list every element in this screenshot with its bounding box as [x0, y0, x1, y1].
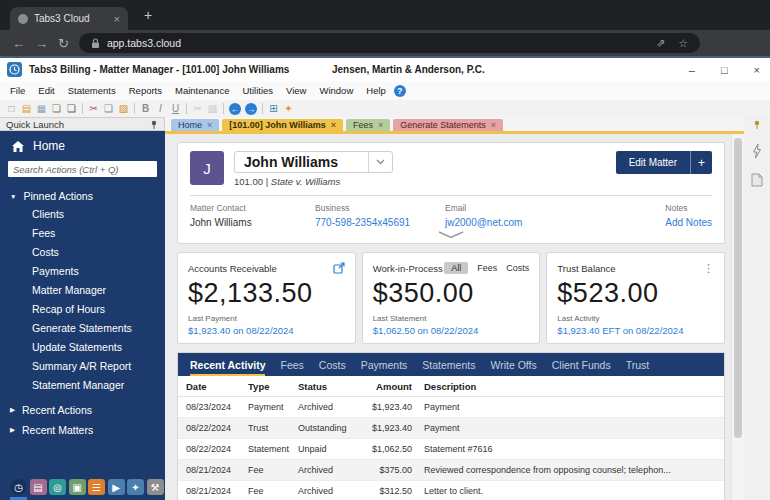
vertical-scrollbar[interactable] — [731, 134, 744, 500]
menu-item[interactable]: Window — [319, 85, 353, 96]
activity-tab[interactable]: Statements — [422, 359, 475, 376]
search-actions-input[interactable] — [8, 161, 157, 177]
paste-icon[interactable]: ▨ — [116, 101, 131, 116]
activity-tab[interactable]: Write Offs — [490, 359, 536, 376]
lightning-icon[interactable] — [752, 143, 762, 159]
new-file-icon[interactable]: □ — [4, 101, 19, 116]
table-row[interactable]: 08/21/2024 Fee Archived $312.50 Letter t… — [178, 481, 724, 500]
sidebar-item[interactable]: Fees — [0, 226, 165, 241]
navigate-forward-icon[interactable]: → — [245, 103, 257, 115]
trust-accounting-app-icon[interactable]: ▣ — [69, 479, 86, 495]
menu-item[interactable]: Reports — [129, 85, 162, 96]
activity-tab[interactable]: Trust — [626, 359, 650, 376]
accounts-payable-app-icon[interactable]: ▤ — [30, 479, 47, 495]
print-icon[interactable]: ❏ — [49, 101, 64, 116]
pinned-actions-header[interactable]: ▼ Pinned Actions — [0, 184, 165, 207]
last-statement-link[interactable]: $1,062.50 on 08/22/2024 — [373, 325, 530, 336]
browser-reload-icon[interactable]: ↻ — [58, 37, 69, 50]
maximize-button[interactable]: □ — [721, 64, 728, 76]
sidebar-item[interactable]: Payments — [0, 264, 165, 279]
activity-tab[interactable]: Payments — [361, 359, 408, 376]
sidebar-item[interactable]: Costs — [0, 245, 165, 260]
browser-back-icon[interactable]: ← — [12, 37, 25, 50]
menu-item[interactable]: Statements — [68, 85, 116, 96]
chevron-down-icon[interactable] — [368, 152, 392, 172]
kebab-menu-icon[interactable]: ⋮ — [703, 262, 714, 275]
copy-icon[interactable]: ❏ — [101, 101, 116, 116]
cut-icon[interactable]: ✂ — [86, 101, 101, 116]
sidebar-item[interactable]: Generate Statements — [0, 321, 165, 336]
statements-app-icon[interactable]: ☰ — [88, 479, 105, 495]
print-preview-icon[interactable]: ❏ — [64, 101, 79, 116]
external-link-icon[interactable] — [333, 262, 345, 274]
browser-forward-icon[interactable]: → — [35, 37, 48, 50]
share-icon[interactable]: ⇗ — [656, 37, 665, 50]
menu-item[interactable]: File — [10, 85, 25, 96]
tools-app-icon[interactable]: ⚒ — [147, 479, 164, 495]
document-tab[interactable]: [101.00] John Williams × — [222, 119, 343, 131]
menu-item[interactable]: View — [286, 85, 306, 96]
practicemaster-app-icon[interactable]: ▶ — [108, 479, 125, 495]
sidebar-item[interactable]: Clients — [0, 207, 165, 222]
tab-close-icon[interactable]: × — [331, 120, 336, 130]
sidebar-item[interactable]: Update Statements — [0, 340, 165, 355]
matter-manager-icon[interactable]: ⊞ — [266, 101, 281, 116]
sidebar-item[interactable]: Recap of Hours — [0, 302, 165, 317]
recent-matters-header[interactable]: ▶ Recent Matters — [0, 417, 165, 437]
tab-close-icon[interactable]: × — [491, 120, 496, 130]
platinum-app-icon[interactable]: ✦ — [127, 479, 144, 495]
new-tab-button[interactable]: + — [144, 7, 152, 23]
activity-tab[interactable]: Fees — [280, 359, 303, 376]
close-button[interactable]: × — [754, 64, 760, 76]
document-tab[interactable]: Generate Statements × — [393, 119, 503, 131]
document-tab[interactable]: Fees × — [346, 119, 390, 131]
tabs3-billing-app-icon[interactable]: ◷ — [10, 479, 27, 495]
tab-close-icon[interactable]: × — [207, 120, 212, 130]
recent-actions-header[interactable]: ▶ Recent Actions — [0, 397, 165, 417]
segment-button[interactable]: All — [444, 262, 468, 274]
document-icon[interactable] — [751, 173, 763, 187]
pin-icon[interactable] — [150, 120, 158, 129]
underline-icon[interactable]: U — [168, 101, 183, 116]
table-row[interactable]: 08/22/2024 Statement Unpaid $1,062.50 St… — [178, 439, 724, 460]
italic-icon[interactable]: I — [153, 101, 168, 116]
sidebar-item-home[interactable]: Home — [0, 131, 165, 159]
last-activity-link[interactable]: $1,923.40 EFT on 08/22/2024 — [557, 325, 714, 336]
table-row[interactable]: 08/22/2024 Trust Outstanding $1,923.40 P… — [178, 418, 724, 439]
table-row[interactable]: 08/23/2024 Payment Archived $1,923.40 Pa… — [178, 397, 724, 418]
menu-item[interactable]: Utilities — [242, 85, 273, 96]
table-row[interactable]: 08/21/2024 Fee Archived $375.00 Reviewed… — [178, 460, 724, 481]
segment-button[interactable]: Fees — [477, 263, 497, 273]
activity-tab[interactable]: Costs — [319, 359, 346, 376]
help-icon[interactable]: ? — [394, 85, 406, 97]
activity-tab[interactable]: Recent Activity — [190, 359, 265, 376]
address-bar[interactable]: app.tabs3.cloud ⇗ ☆ — [79, 33, 700, 53]
edit-matter-button[interactable]: Edit Matter — [616, 151, 690, 174]
tab-close-icon[interactable]: × — [114, 13, 120, 25]
tab-close-icon[interactable]: × — [378, 120, 383, 130]
document-tab[interactable]: Home × — [171, 119, 219, 131]
browser-tab[interactable]: Tabs3 Cloud × — [10, 7, 128, 30]
bold-icon[interactable]: B — [138, 101, 153, 116]
navigate-back-icon[interactable]: ← — [229, 103, 241, 115]
menu-item[interactable]: Maintenance — [175, 85, 229, 96]
open-file-icon[interactable]: ▤ — [19, 101, 34, 116]
menu-item[interactable]: Help — [366, 85, 386, 96]
add-matter-button[interactable]: + — [690, 151, 712, 174]
bookmark-star-icon[interactable]: ☆ — [678, 37, 688, 50]
quick-launch-toggle-icon[interactable]: ✦ — [281, 101, 296, 116]
general-ledger-app-icon[interactable]: ◎ — [49, 479, 66, 495]
minimize-button[interactable]: – — [689, 64, 695, 76]
menu-item[interactable]: Edit — [38, 85, 54, 96]
scrollbar-thumb[interactable] — [734, 138, 742, 438]
last-payment-link[interactable]: $1,923.40 on 08/22/2024 — [188, 325, 345, 336]
activity-tab[interactable]: Client Funds — [552, 359, 611, 376]
sidebar-item[interactable]: Matter Manager — [0, 283, 165, 298]
segment-button[interactable]: Costs — [506, 263, 529, 273]
matter-selector[interactable]: John Williams — [234, 151, 393, 173]
save-icon[interactable]: ▦ — [34, 101, 49, 116]
collapse-chevron-icon[interactable] — [190, 228, 712, 241]
sidebar-item[interactable]: Statement Manager — [0, 378, 165, 393]
sidebar-item[interactable]: Summary A/R Report — [0, 359, 165, 374]
pin-icon[interactable] — [753, 120, 761, 129]
